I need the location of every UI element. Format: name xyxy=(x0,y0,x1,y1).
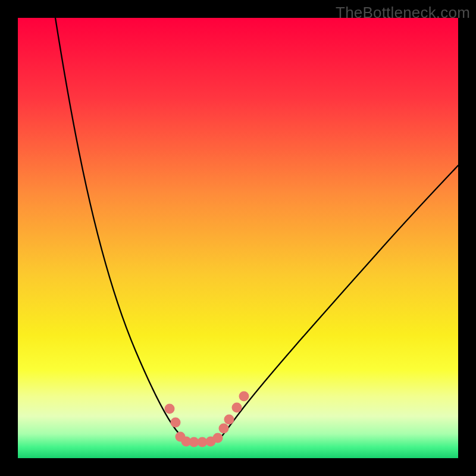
data-marker xyxy=(165,404,175,414)
data-marker xyxy=(224,415,234,425)
data-marker xyxy=(219,424,229,434)
data-marker xyxy=(171,418,181,428)
chart-plot xyxy=(18,18,458,458)
curve-right xyxy=(218,165,458,441)
chart-frame xyxy=(18,18,458,458)
data-marker xyxy=(213,433,223,443)
watermark-text: TheBottleneck.com xyxy=(336,4,470,22)
curve-left xyxy=(55,18,184,441)
data-markers xyxy=(165,392,249,447)
data-marker xyxy=(239,392,249,402)
data-marker xyxy=(232,403,242,413)
